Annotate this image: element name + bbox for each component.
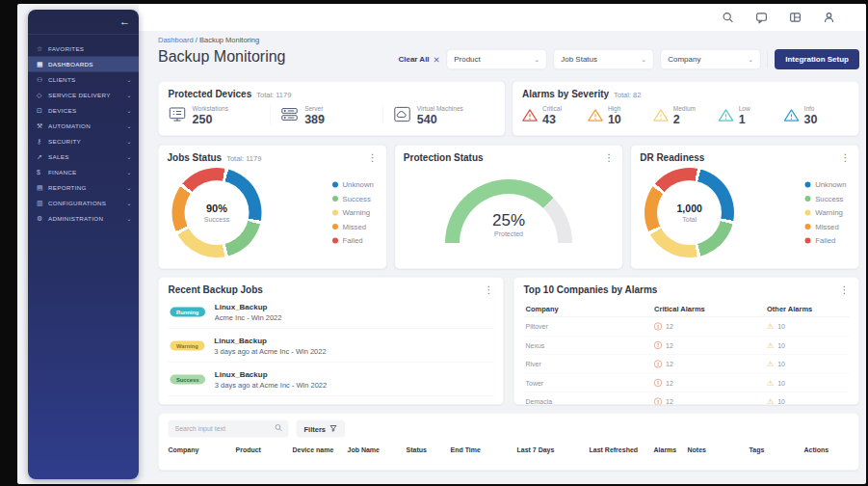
alert-triangle-icon	[719, 108, 734, 122]
status-badge: Warning	[171, 340, 205, 350]
lists-row: Recent Backup Jobs ⋮ RunningLinux_Backup…	[158, 277, 859, 405]
column-header-last-refreshed[interactable]: Last Refreshed	[590, 446, 654, 454]
column-header-alarms[interactable]: Alarms	[654, 446, 688, 454]
company-row[interactable]: Tower!12⚠10	[524, 374, 850, 393]
sidebar-item-clients[interactable]: ⚇CLIENTS⌄	[28, 72, 139, 88]
sidebar-item-service-delivery[interactable]: ◇SERVICE DELIVERY⌄	[28, 88, 139, 103]
column-header-actions[interactable]: Actions	[804, 446, 847, 454]
chevron-down-icon: ⌄	[534, 56, 539, 64]
legend-item-missed: Missed	[805, 223, 847, 231]
close-icon[interactable]: ✕	[434, 54, 440, 65]
legend-dot	[332, 182, 338, 188]
search-icon	[275, 423, 283, 434]
filters-button[interactable]: Filters	[297, 420, 346, 438]
sidebar-item-automation[interactable]: ⚒AUTOMATION⌄	[28, 119, 139, 134]
company-row[interactable]: Nexus!12⚠10	[524, 337, 850, 356]
apps-icon[interactable]	[789, 12, 802, 24]
grid-icon: ▦	[37, 61, 48, 68]
sidebar-item-devices[interactable]: ⊡DEVICES⌄	[28, 103, 139, 119]
chevron-down-icon: ⌄	[126, 138, 132, 146]
sidebar-item-sales[interactable]: ↗SALES⌄	[28, 149, 139, 165]
breadcrumb-current: Backup Monitoring	[199, 36, 259, 44]
dr-readiness-legend: UnknownSuccessWarningMissedFailed	[805, 180, 847, 245]
search-input[interactable]	[174, 424, 275, 433]
card-menu-icon[interactable]: ⋮	[368, 152, 378, 162]
sidebar-item-dashboards[interactable]: ▦DASHBOARDS	[28, 57, 139, 72]
filter-controls: Clear All ✕ Product⌄ Job Status⌄ Company…	[398, 49, 859, 69]
column-header-status[interactable]: Status	[407, 446, 451, 454]
chevron-down-icon: ⌄	[126, 107, 132, 115]
sidebar: ← ☆FAVORITES▦DASHBOARDS⚇CLIENTS⌄◇SERVICE…	[28, 10, 139, 479]
legend-item-missed: Missed	[332, 223, 374, 231]
sidebar-item-favorites[interactable]: ☆FAVORITES	[28, 41, 139, 57]
collapse-sidebar-icon[interactable]: ←	[119, 15, 130, 28]
chat-icon[interactable]	[755, 12, 768, 24]
trend-icon: ↗	[37, 153, 48, 161]
card-menu-icon[interactable]: ⋮	[604, 152, 614, 162]
warning-triangle-icon: ⚠	[767, 323, 774, 331]
breadcrumb: Dashboard / Backup Monitoring	[158, 36, 259, 44]
user-icon[interactable]	[823, 12, 835, 24]
chevron-down-icon: ⌄	[126, 92, 132, 99]
search-icon[interactable]	[722, 12, 734, 24]
card-menu-icon[interactable]: ⋮	[841, 152, 851, 162]
column-header-notes[interactable]: Notes	[688, 446, 750, 454]
sidebar-item-security[interactable]: ⚷SECURITY⌄	[28, 134, 139, 149]
sidebar-item-configurations[interactable]: ▥CONFIGURATIONS⌄	[28, 196, 139, 211]
integration-setup-button[interactable]: Integration Setup	[775, 49, 859, 69]
card-menu-icon[interactable]: ⋮	[840, 284, 850, 294]
company-filter-dropdown[interactable]: Company⌄	[661, 49, 761, 69]
column-header-device-name[interactable]: Device name	[293, 446, 348, 454]
breadcrumb-root-link[interactable]: Dashboard	[158, 36, 194, 44]
sidebar-item-reporting[interactable]: ▤REPORTING⌄	[28, 180, 139, 196]
chevron-down-icon: ⌄	[126, 153, 132, 161]
topbar	[139, 4, 866, 32]
column-header-job-name[interactable]: Job Name	[348, 446, 407, 454]
column-header-tags[interactable]: Tags	[750, 446, 804, 454]
company-row[interactable]: Piltover!12⚠10	[524, 317, 850, 337]
dr-readiness-donut-chart: 1,000 Total	[644, 168, 734, 257]
total-label: Total: 1179	[256, 91, 291, 99]
workstation-icon	[169, 106, 187, 124]
card-menu-icon[interactable]: ⋮	[485, 284, 494, 294]
clear-all-button[interactable]: Clear All ✕	[398, 54, 439, 65]
sidebar-item-administration[interactable]: ⚙ADMINISTRATION⌄	[28, 211, 139, 227]
legend-item-success: Success	[805, 195, 847, 203]
protection-status-gauge-chart: 25% Protected	[445, 179, 572, 243]
charts-row: Jobs Status Total: 1179 ⋮ 90% Success Un…	[158, 145, 859, 269]
jobs-status-card: Jobs Status Total: 1179 ⋮ 90% Success Un…	[158, 145, 386, 269]
alert-triangle-icon	[522, 108, 538, 122]
company-name: Nexus	[526, 341, 655, 349]
column-header-company[interactable]: Company	[169, 446, 236, 454]
card-title: Recent Backup Jobs	[169, 284, 263, 296]
dr-readiness-card: DR Readiness ⋮ 1,000 Total UnknownSucces…	[631, 145, 859, 269]
warning-triangle-icon: ⚠	[767, 398, 774, 406]
stats-row: Protected Devices Total: 1179 Workstatio…	[158, 81, 859, 136]
backup-job-row[interactable]: RunningLinux_BackupAcme Inc - Win 2022	[169, 295, 494, 329]
alert-triangle-icon	[784, 108, 800, 122]
company-row[interactable]: River!12⚠10	[524, 355, 850, 374]
column-header-product[interactable]: Product	[236, 446, 293, 454]
sidebar-item-finance[interactable]: $FINANCE⌄	[28, 165, 139, 180]
backup-job-row[interactable]: SuccessLinux_Backup3 days ago at Acme In…	[169, 363, 494, 396]
medium-alarms-stat: Medium2	[653, 105, 719, 125]
column-header-last-7-days[interactable]: Last 7 Days	[517, 446, 590, 454]
job-status-filter-dropdown[interactable]: Job Status⌄	[554, 49, 654, 69]
alarms-by-severity-card: Alarms by Severity Total: 82 Critical43 …	[513, 81, 860, 136]
backup-job-row[interactable]: WarningLinux_Backup3 days ago at Acme In…	[169, 329, 494, 363]
jobs-table-header-row: CompanyProductDevice nameJob NameStatusE…	[169, 446, 850, 454]
critical-alarm-icon: !	[654, 323, 662, 331]
dollar-icon: $	[37, 169, 48, 176]
company-row[interactable]: Demacia!12⚠10	[524, 392, 850, 405]
legend-dot	[805, 238, 811, 244]
product-filter-dropdown[interactable]: Product⌄	[447, 49, 547, 69]
status-badge: Running	[171, 307, 205, 316]
companies-table-header: Company Critical Alarms Other Alarms	[524, 301, 850, 317]
chevron-down-icon: ⌄	[126, 76, 132, 84]
divider	[768, 51, 769, 68]
search-box	[169, 420, 289, 438]
card-title: Protected Devices	[169, 89, 252, 100]
critical-alarm-icon: !	[654, 379, 662, 387]
jobs-table-card: Filters CompanyProductDevice nameJob Nam…	[158, 413, 859, 471]
column-header-end-time[interactable]: End Time	[451, 446, 517, 454]
